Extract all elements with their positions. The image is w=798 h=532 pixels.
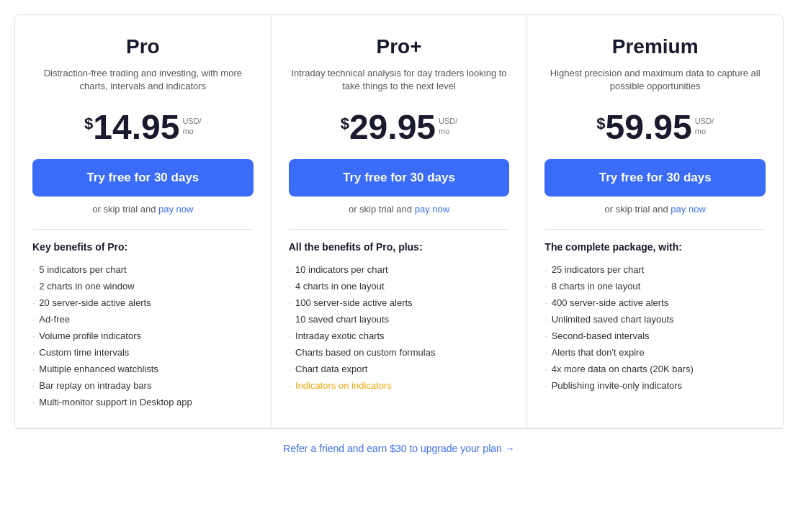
- list-item: ·Bar replay on intraday bars: [32, 377, 254, 394]
- benefit-text: 10 saved chart layouts: [295, 314, 389, 325]
- price-amount-pro: 14.95: [93, 110, 179, 145]
- try-btn-premium[interactable]: Try free for 30 days: [544, 159, 766, 197]
- refer-arrow: →: [505, 443, 515, 454]
- list-item: ·5 indicators per chart: [32, 261, 254, 278]
- bullet-icon: ·: [32, 364, 35, 374]
- price-amount-premium: 59.95: [606, 110, 692, 145]
- list-item: ·10 indicators per chart: [289, 261, 510, 278]
- divider-premium: [544, 229, 766, 230]
- skip-trial-pro: or skip trial and pay now: [32, 204, 254, 215]
- divider-proplus: [289, 229, 510, 230]
- benefit-text: 100 server-side active alerts: [295, 297, 413, 308]
- bullet-icon: ·: [544, 281, 547, 292]
- list-item: ·Indicators on indicators: [289, 377, 510, 394]
- benefit-text: Custom time intervals: [39, 347, 129, 358]
- bullet-icon: ·: [544, 381, 547, 391]
- price-dollar-pro: $: [84, 114, 93, 133]
- benefit-text: 4x more data on charts (20K bars): [552, 364, 694, 374]
- bullet-icon: ·: [32, 397, 35, 407]
- bullet-icon: ·: [32, 281, 35, 292]
- benefits-list-pro: ·5 indicators per chart·2 charts in one …: [32, 261, 254, 410]
- divider-pro: [32, 229, 254, 230]
- list-item: ·Multi-monitor support in Desktop app: [32, 394, 254, 410]
- list-item: ·Alerts that don't expire: [544, 344, 766, 361]
- benefit-text: Multiple enhanced watchlists: [39, 364, 158, 374]
- benefit-text: Publishing invite-only indicators: [552, 380, 682, 391]
- bullet-icon: ·: [544, 265, 547, 275]
- list-item: ·4x more data on charts (20K bars): [544, 361, 766, 377]
- bullet-icon: ·: [289, 315, 291, 325]
- list-item: ·20 server-side active alerts: [32, 294, 254, 311]
- list-item: ·Ad-free: [32, 311, 254, 328]
- list-item: ·Second-based intervals: [544, 328, 766, 344]
- benefit-text: Ad-free: [39, 314, 70, 325]
- bullet-icon: ·: [544, 331, 547, 341]
- refer-text: Refer a friend and earn $30 to upgrade y…: [283, 443, 504, 454]
- plan-desc-proplus: Intraday technical analysis for day trad…: [289, 67, 510, 96]
- pay-now-link-premium[interactable]: pay now: [671, 204, 705, 215]
- benefit-text: Alerts that don't expire: [552, 347, 645, 358]
- pay-now-link-pro[interactable]: pay now: [158, 204, 193, 215]
- price-meta-premium: USD/mo: [695, 116, 714, 137]
- benefit-text: Charts based on custom formulas: [295, 347, 435, 358]
- plan-name-proplus: Pro+: [289, 35, 510, 58]
- benefit-text: 400 server-side active alerts: [552, 297, 669, 308]
- bullet-icon: ·: [32, 315, 35, 325]
- benefit-text: Volume profile indicators: [39, 330, 141, 341]
- plan-card-proplus: Pro+Intraday technical analysis for day …: [272, 15, 528, 428]
- list-item: ·Intraday exotic charts: [289, 328, 510, 344]
- plan-card-pro: ProDistraction-free trading and investin…: [15, 15, 272, 428]
- benefits-list-premium: ·25 indicators per chart·8 charts in one…: [544, 261, 766, 394]
- try-btn-pro[interactable]: Try free for 30 days: [32, 159, 254, 197]
- benefit-text: Second-based intervals: [552, 330, 650, 341]
- list-item: ·Charts based on custom formulas: [289, 344, 510, 361]
- benefits-title-premium: The complete package, with:: [544, 241, 766, 253]
- list-item: ·10 saved chart layouts: [289, 311, 510, 328]
- bullet-icon: ·: [289, 348, 291, 358]
- benefit-text: 10 indicators per chart: [295, 264, 388, 275]
- refer-bar: Refer a friend and earn $30 to upgrade y…: [14, 428, 784, 468]
- bullet-icon: ·: [32, 348, 35, 358]
- benefit-text: 5 indicators per chart: [39, 264, 126, 275]
- skip-trial-premium: or skip trial and pay now: [544, 204, 766, 215]
- benefit-text: 8 charts in one layout: [552, 281, 641, 292]
- price-row-proplus: $29.95USD/mo: [289, 110, 510, 145]
- bullet-icon: ·: [544, 298, 547, 308]
- bullet-icon: ·: [32, 298, 35, 308]
- benefit-text: Bar replay on intraday bars: [39, 380, 151, 391]
- refer-link[interactable]: Refer a friend and earn $30 to upgrade y…: [283, 443, 514, 454]
- plan-name-pro: Pro: [32, 35, 254, 58]
- bullet-icon: ·: [544, 315, 547, 325]
- bullet-icon: ·: [289, 364, 291, 374]
- price-meta-proplus: USD/mo: [439, 116, 457, 137]
- list-item: ·Publishing invite-only indicators: [544, 377, 766, 394]
- list-item: ·400 server-side active alerts: [544, 294, 766, 311]
- list-item: ·Unlimited saved chart layouts: [544, 311, 766, 328]
- bullet-icon: ·: [32, 381, 35, 391]
- plan-name-premium: Premium: [544, 35, 766, 58]
- bullet-icon: ·: [289, 298, 291, 308]
- try-btn-proplus[interactable]: Try free for 30 days: [289, 159, 510, 197]
- bullet-icon: ·: [289, 265, 291, 275]
- bullet-icon: ·: [544, 348, 547, 358]
- price-row-premium: $59.95USD/mo: [544, 110, 766, 145]
- benefits-title-proplus: All the benefits of Pro, plus:: [289, 241, 510, 253]
- plan-desc-pro: Distraction-free trading and investing, …: [32, 67, 254, 96]
- list-item: ·Custom time intervals: [32, 344, 254, 361]
- list-item: ·100 server-side active alerts: [289, 294, 510, 311]
- pay-now-link-proplus[interactable]: pay now: [415, 204, 449, 215]
- bullet-icon: ·: [289, 281, 291, 292]
- plan-card-premium: PremiumHighest precision and maximum dat…: [527, 15, 783, 428]
- bullet-icon: ·: [289, 331, 291, 341]
- benefit-text: Unlimited saved chart layouts: [552, 314, 674, 325]
- benefits-title-pro: Key benefits of Pro:: [32, 241, 254, 253]
- benefit-text: 4 charts in one layout: [295, 281, 385, 292]
- benefit-text: 20 server-side active alerts: [39, 297, 151, 308]
- bullet-icon: ·: [32, 265, 35, 275]
- bullet-icon: ·: [544, 364, 547, 374]
- benefit-text: Multi-monitor support in Desktop app: [39, 397, 192, 407]
- list-item: ·4 charts in one layout: [289, 278, 510, 294]
- benefit-text: Chart data export: [295, 364, 367, 374]
- plans-container: ProDistraction-free trading and investin…: [14, 14, 784, 428]
- benefit-text: 25 indicators per chart: [552, 264, 645, 275]
